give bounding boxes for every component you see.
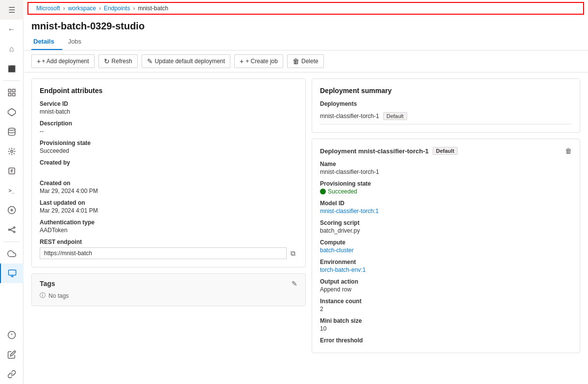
sidebar-item-active[interactable] bbox=[0, 264, 24, 283]
deployment-detail-card: Deployment mnist-classifier-torch-1 Defa… bbox=[312, 139, 580, 353]
sidebar-item-models[interactable] bbox=[0, 102, 24, 122]
breadcrumb-current: mnist-batch bbox=[138, 5, 168, 12]
page-title: mnist-batch-0329-studio bbox=[24, 17, 588, 34]
tab-details[interactable]: Details bbox=[31, 34, 62, 50]
create-job-label: + Create job bbox=[245, 58, 278, 65]
svg-marker-4 bbox=[8, 109, 15, 116]
refresh-label: Refresh bbox=[112, 58, 132, 65]
add-deployment-label: + Add deployment bbox=[42, 58, 89, 65]
sidebar-item-compute[interactable] bbox=[0, 161, 24, 181]
sidebar-divider-2 bbox=[3, 241, 20, 242]
tags-card: Tags ✎ ⓘ No tags bbox=[31, 273, 306, 306]
svg-rect-3 bbox=[8, 94, 11, 96]
svg-point-16 bbox=[13, 231, 15, 233]
detail-mini-batch-size-label: Mini batch size bbox=[320, 317, 572, 324]
service-id-value: mnist-batch bbox=[40, 108, 297, 115]
breadcrumb-sep-3: › bbox=[133, 5, 135, 12]
sidebar-item-pipelines[interactable] bbox=[0, 220, 24, 240]
add-deployment-button[interactable]: + + Add deployment bbox=[31, 54, 95, 68]
sidebar-item-endpoints[interactable] bbox=[0, 200, 24, 220]
sidebar-item-overview[interactable] bbox=[0, 83, 24, 102]
breadcrumb-endpoints[interactable]: Endpoints bbox=[104, 5, 130, 12]
right-panel: Deployment summary Deployments mnist-cla… bbox=[312, 78, 580, 378]
svg-point-5 bbox=[8, 128, 15, 131]
auth-type-label: Authentication type bbox=[40, 219, 297, 226]
svg-line-17 bbox=[10, 228, 14, 230]
provisioning-state-label: Provisioning state bbox=[40, 140, 297, 146]
detail-output-action-value: Append row bbox=[320, 286, 572, 293]
detail-instance-count-value: 2 bbox=[320, 306, 572, 312]
last-updated-label: Last updated on bbox=[40, 199, 297, 206]
deployment-summary-name: mnist-classifier-torch-1 bbox=[320, 113, 379, 120]
provisioning-state-value: Succeeded bbox=[40, 147, 297, 154]
refresh-icon: ↻ bbox=[104, 57, 110, 65]
detail-name-value: mnist-classifier-torch-1 bbox=[320, 168, 572, 175]
detail-model-id-value[interactable]: mnist-classifier-torch:1 bbox=[320, 208, 572, 215]
dashboard-icon[interactable]: ⬛ bbox=[0, 59, 24, 78]
svg-rect-1 bbox=[12, 89, 15, 92]
detail-compute-value[interactable]: batch-cluster bbox=[320, 247, 572, 254]
sidebar: ⬛ >_ bbox=[0, 0, 24, 384]
delete-button[interactable]: 🗑 Delete bbox=[287, 54, 324, 68]
edit-tags-icon[interactable]: ✎ bbox=[292, 280, 297, 288]
update-default-button[interactable]: ✎ Update default deployment bbox=[142, 54, 230, 68]
rest-endpoint-input[interactable] bbox=[40, 247, 287, 259]
left-panel: Endpoint attributes Service ID mnist-bat… bbox=[31, 78, 306, 378]
svg-rect-19 bbox=[8, 270, 16, 275]
tabs-container: Details Jobs bbox=[24, 34, 588, 50]
deployment-delete-icon[interactable]: 🗑 bbox=[565, 147, 572, 155]
detail-mini-batch-size-value: 10 bbox=[320, 325, 572, 332]
delete-icon: 🗑 bbox=[293, 57, 299, 65]
tab-jobs[interactable]: Jobs bbox=[66, 34, 89, 50]
back-icon[interactable] bbox=[0, 20, 24, 39]
home-icon[interactable] bbox=[0, 39, 24, 59]
sidebar-item-monitor[interactable] bbox=[0, 325, 24, 345]
svg-rect-0 bbox=[8, 89, 11, 92]
endpoint-attributes-title: Endpoint attributes bbox=[40, 87, 297, 95]
breadcrumb-workspace[interactable]: workspace bbox=[68, 5, 96, 12]
sidebar-item-jobs[interactable] bbox=[0, 142, 24, 161]
sidebar-item-data[interactable] bbox=[0, 122, 24, 142]
deployment-detail-header: Deployment mnist-classifier-torch-1 Defa… bbox=[320, 147, 572, 155]
copy-icon: ⧉ bbox=[291, 249, 295, 257]
svg-line-18 bbox=[10, 230, 14, 232]
sidebar-item-cloud[interactable] bbox=[0, 244, 24, 264]
detail-environment-value[interactable]: torch-batch-env:1 bbox=[320, 266, 572, 273]
delete-label: Delete bbox=[301, 58, 318, 65]
deployment-summary-title: Deployment summary bbox=[320, 87, 572, 95]
copy-endpoint-button[interactable]: ⧉ bbox=[289, 248, 297, 259]
deployment-detail-header-title: Deployment mnist-classifier-torch-1 Defa… bbox=[320, 147, 458, 155]
svg-rect-2 bbox=[12, 94, 15, 96]
toolbar: + + Add deployment ↻ Refresh ✎ Update de… bbox=[24, 50, 588, 72]
created-on-value: Mar 29, 2024 4:00 PM bbox=[40, 188, 297, 194]
update-icon: ✎ bbox=[147, 57, 153, 65]
deployment-summary-card: Deployment summary Deployments mnist-cla… bbox=[312, 78, 580, 133]
svg-point-6 bbox=[10, 150, 13, 153]
sidebar-item-terminal[interactable]: >_ bbox=[0, 181, 24, 200]
hamburger-icon[interactable] bbox=[0, 0, 24, 20]
deployment-detail-badge: Default bbox=[433, 147, 458, 155]
deployment-summary-badge: Default bbox=[383, 112, 407, 120]
detail-instance-count-label: Instance count bbox=[320, 298, 572, 305]
content-area: Endpoint attributes Service ID mnist-bat… bbox=[24, 72, 588, 384]
sidebar-item-edit[interactable] bbox=[0, 345, 24, 364]
deployments-label: Deployments bbox=[320, 100, 572, 107]
breadcrumb-microsoft[interactable]: Microsoft bbox=[36, 5, 60, 12]
breadcrumb: Microsoft › workspace › Endpoints › mnis… bbox=[27, 2, 584, 15]
endpoint-attributes-card: Endpoint attributes Service ID mnist-bat… bbox=[31, 78, 306, 267]
sidebar-bottom bbox=[0, 325, 23, 384]
breadcrumb-sep-2: › bbox=[99, 5, 101, 12]
created-on-label: Created on bbox=[40, 180, 297, 187]
detail-provisioning-text: Succeeded bbox=[328, 188, 357, 195]
rest-endpoint-row: ⧉ bbox=[40, 247, 297, 259]
create-job-button[interactable]: + + Create job bbox=[234, 54, 283, 68]
detail-environment-label: Environment bbox=[320, 259, 572, 265]
service-id-label: Service ID bbox=[40, 100, 297, 107]
auth-type-value: AADToken bbox=[40, 227, 297, 234]
detail-output-action-label: Output action bbox=[320, 278, 572, 285]
sidebar-item-link[interactable] bbox=[0, 364, 24, 384]
no-tags-row: ⓘ No tags bbox=[40, 291, 297, 300]
detail-provisioning-value: ✓ Succeeded bbox=[320, 188, 572, 195]
refresh-button[interactable]: ↻ Refresh bbox=[98, 54, 138, 68]
detail-compute-label: Compute bbox=[320, 239, 572, 246]
